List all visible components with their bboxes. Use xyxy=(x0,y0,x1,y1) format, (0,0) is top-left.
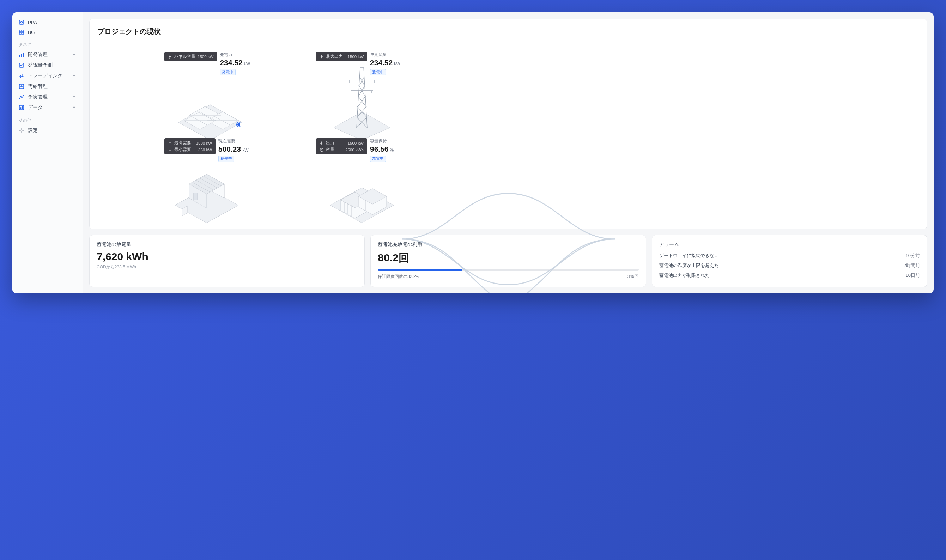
info-label: 最高需要 xyxy=(174,140,191,146)
sidebar-item-label: 予実管理 xyxy=(28,94,48,100)
sidebar-item-label: 発電量予測 xyxy=(28,62,52,68)
bolt-icon xyxy=(320,141,324,145)
svg-rect-7 xyxy=(21,54,22,57)
svg-rect-4 xyxy=(19,32,21,34)
sidebar-item-label: データ xyxy=(28,105,43,111)
card-title: プロジェクトの現状 xyxy=(97,27,919,36)
card-subtitle: 蓄電池の放電量 xyxy=(97,242,357,248)
project-status-card: プロジェクトの現状 パネル容量 1500 kW xyxy=(89,19,927,229)
svg-rect-42 xyxy=(193,193,197,200)
svg-rect-16 xyxy=(20,108,21,109)
usage-value: 80.2回 xyxy=(378,251,638,265)
stat-value: 234.52 xyxy=(220,58,242,67)
sidebar-item-trading[interactable]: トレーディング xyxy=(12,71,83,81)
usage-pct-text: 保証限度回数の32.2% xyxy=(378,274,419,280)
battery-stat: 容量保持 96.56% 放電中 xyxy=(370,138,394,162)
sidebar-item-settings[interactable]: 設定 xyxy=(12,125,83,136)
arrow-up-icon xyxy=(168,141,172,145)
info-label: 出力 xyxy=(326,140,334,146)
info-value: 1500 kW xyxy=(196,141,212,145)
stat-value: 500.23 xyxy=(218,145,241,154)
flow-indicator-dot xyxy=(237,122,241,126)
tower-illustration xyxy=(323,61,401,142)
svg-rect-8 xyxy=(23,52,24,57)
sidebar-item-label: PPA xyxy=(28,20,37,25)
chevron-down-icon xyxy=(72,105,76,111)
alarm-row[interactable]: ゲートウェイに接続できない 10分前 xyxy=(659,251,920,261)
sidebar-item-label: 需給管理 xyxy=(28,83,48,89)
sidebar-group-tasks: タスク xyxy=(12,37,83,49)
stat-label: 発電力 xyxy=(220,52,250,58)
status-diagram: パネル容量 1500 kW 発電力 234.52kW 発電中 xyxy=(97,41,919,221)
node-battery: 出力 1500 kW 容量 2500 kWh 容量保持 96.56% 放電中 xyxy=(316,138,394,162)
stat-unit: % xyxy=(390,148,394,153)
card-subtitle: アラーム xyxy=(659,242,920,248)
info-value: 1500 kW xyxy=(348,55,364,59)
discharge-card: 蓄電池の放電量 7,620 kWh CODから233.5 MWh xyxy=(89,235,365,287)
info-label: パネル容量 xyxy=(174,54,195,59)
chart-line-icon xyxy=(19,62,24,68)
svg-rect-0 xyxy=(19,20,24,24)
tower-infobox: 最大出力 1500 kW xyxy=(316,52,367,62)
stat-label: 逆潮流量 xyxy=(370,52,400,58)
info-value: 350 kW xyxy=(198,148,212,152)
balance-icon xyxy=(19,83,24,89)
discharge-subtext: CODから233.5 MWh xyxy=(97,264,357,270)
grid-icon xyxy=(19,29,24,35)
alarm-time: 10分前 xyxy=(906,252,920,259)
battery-infobox: 出力 1500 kW 容量 2500 kWh xyxy=(316,138,367,154)
alarm-msg: 蓄電池の温度が上限を超えた xyxy=(659,262,719,269)
sidebar-item-data[interactable]: データ xyxy=(12,102,83,113)
status-badge: 稼働中 xyxy=(218,155,234,162)
house-infobox: 最高需要 1500 kW 最小需要 350 kW xyxy=(165,138,215,154)
stat-unit: kW xyxy=(242,148,248,153)
alarm-time: 2時間前 xyxy=(904,262,920,269)
info-value: 2500 kWh xyxy=(345,148,364,152)
gear-icon xyxy=(19,128,24,133)
alarm-msg: 蓄電池出力が制限された xyxy=(659,272,710,278)
svg-point-1 xyxy=(21,22,23,23)
info-value: 1500 kW xyxy=(197,55,214,59)
sidebar-item-dev-manage[interactable]: 開発管理 xyxy=(12,49,83,60)
svg-point-18 xyxy=(21,130,22,131)
svg-rect-5 xyxy=(22,32,24,34)
node-solar-panel: パネル容量 1500 kW 発電力 234.52kW 発電中 xyxy=(165,52,250,75)
info-label: 容量 xyxy=(326,147,334,152)
bottom-row: 蓄電池の放電量 7,620 kWh CODから233.5 MWh 蓄電池充放電の… xyxy=(89,235,927,287)
sidebar-item-plan-actual[interactable]: 予実管理 xyxy=(12,92,83,102)
sidebar-item-bg[interactable]: BG xyxy=(12,27,83,37)
database-icon xyxy=(19,105,24,111)
stat-unit: kW xyxy=(244,62,250,66)
alarm-row[interactable]: 蓄電池出力が制限された 10日前 xyxy=(659,271,920,280)
status-badge: 発電中 xyxy=(220,69,235,75)
stat-label: 容量保持 xyxy=(370,138,394,144)
house-illustration xyxy=(168,163,246,223)
svg-rect-3 xyxy=(22,30,24,32)
usage-progress xyxy=(378,269,638,271)
sidebar-item-forecast[interactable]: 発電量予測 xyxy=(12,60,83,71)
chevron-down-icon xyxy=(72,94,76,100)
sidebar-item-ppa[interactable]: PPA xyxy=(12,17,83,27)
bolt-icon xyxy=(168,55,172,59)
capacity-icon xyxy=(320,148,324,152)
discharge-value: 7,620 kWh xyxy=(97,251,357,263)
sidebar-item-supply-demand[interactable]: 需給管理 xyxy=(12,81,83,92)
panel-infobox: パネル容量 1500 kW xyxy=(165,52,217,62)
alarm-row[interactable]: 蓄電池の温度が上限を超えた 2時間前 xyxy=(659,261,920,271)
alarm-time: 10日前 xyxy=(906,272,920,278)
progress-bar xyxy=(378,269,462,271)
sidebar-item-label: 開発管理 xyxy=(28,51,48,58)
svg-point-11 xyxy=(19,98,20,99)
main-content: プロジェクトの現状 パネル容量 1500 kW xyxy=(83,12,934,294)
ppa-icon xyxy=(19,19,24,25)
status-badge: 放電中 xyxy=(370,155,386,162)
svg-point-13 xyxy=(22,97,22,98)
stat-label: 現在需要 xyxy=(218,138,249,144)
svg-marker-29 xyxy=(334,112,390,140)
info-label: 最小需要 xyxy=(174,147,191,152)
svg-point-12 xyxy=(20,96,21,97)
house-stat: 現在需要 500.23kW 稼働中 xyxy=(218,138,249,162)
solar-panel-illustration xyxy=(171,80,249,140)
sidebar: PPA BG タスク 開発管理 発電量予測 トレーディング xyxy=(12,12,83,294)
panel-stat: 発電力 234.52kW 発電中 xyxy=(220,52,250,75)
